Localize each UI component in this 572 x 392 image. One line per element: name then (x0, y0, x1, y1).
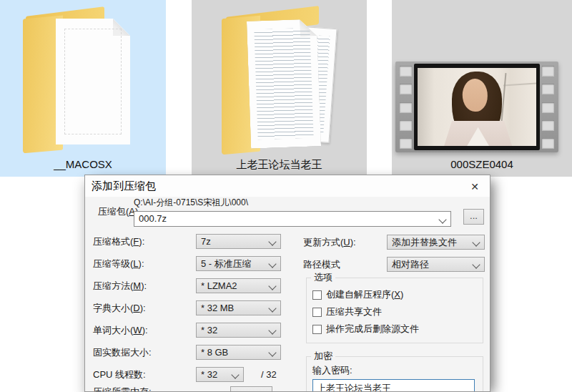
path-mode-combobox[interactable]: 相对路径 (387, 257, 485, 272)
archive-name-combobox[interactable]: 000.7z (134, 211, 451, 227)
screen: __MACOSX 上老王论坛当老王 (0, 0, 572, 392)
chevron-down-icon[interactable] (268, 304, 276, 312)
file-tile-macosx[interactable]: __MACOSX (0, 0, 166, 177)
cpu-threads-max: / 32 (261, 367, 277, 382)
chevron-down-icon[interactable] (472, 238, 480, 246)
solid-block-combobox[interactable]: * 8 GB (196, 345, 281, 360)
checkbox-label-create-sfx: 创建自解压程序(X) (326, 288, 403, 301)
chevron-down-icon[interactable] (268, 348, 276, 356)
dictionary-value: * 32 MB (201, 303, 234, 313)
checkbox-delete-after[interactable] (312, 325, 322, 334)
chevron-down-icon[interactable] (268, 282, 276, 290)
level-combobox[interactable]: 5 - 标准压缩 (196, 256, 281, 271)
cpu-threads-value: * 32 (201, 369, 217, 380)
method-combobox[interactable]: * LZMA2 (196, 278, 281, 293)
password-label: 输入密码: (312, 364, 352, 377)
archive-name-value: 000.7z (139, 213, 167, 224)
word-size-combobox[interactable]: * 32 (196, 323, 281, 338)
chevron-down-icon[interactable] (268, 237, 276, 245)
field-label-solid: 固实数据大小: (93, 345, 152, 360)
path-mode-value: 相对路径 (392, 259, 429, 270)
close-icon[interactable]: ✕ (463, 177, 486, 195)
archive-dir-path: Q:\AI-分组-0715\S宋祖儿\000\ (134, 195, 248, 210)
field-label-dictionary: 字典大小(D): (93, 300, 146, 315)
field-label-memory: 压缩所需内存: (93, 384, 152, 392)
video-thumbnail (395, 62, 558, 152)
encryption-group: 加密 输入密码: 上老王论坛当老王 (306, 356, 483, 392)
folder-icon (222, 6, 337, 156)
field-label-level: 压缩等级(L): (93, 256, 144, 271)
dialog-title: 添加到压缩包 (92, 180, 156, 193)
checkbox-label-shared-files: 压缩共享文件 (326, 305, 382, 318)
file-name-label: __MACOSX (0, 158, 166, 170)
field-label-word: 单词大小(W): (93, 323, 148, 338)
filmstrip-holes-left (400, 66, 412, 148)
field-label-update-mode: 更新方式(U): (303, 235, 356, 250)
dictionary-combobox[interactable]: * 32 MB (196, 300, 281, 315)
memory-required-box (230, 386, 272, 392)
file-tile-video[interactable]: 000SZE0404 (392, 0, 572, 177)
browse-button[interactable]: ... (463, 209, 484, 225)
video-frame (414, 64, 540, 150)
format-value: 7z (201, 236, 211, 247)
chevron-down-icon[interactable] (268, 260, 276, 268)
cpu-threads-combobox[interactable]: * 32 (196, 367, 244, 382)
file-name-label: 上老王论坛当老王 (192, 158, 367, 172)
checkbox-create-sfx[interactable] (312, 290, 322, 300)
options-group: 选项 创建自解压程序(X) 压缩共享文件 操作完成后删除源文件 (306, 278, 483, 343)
update-mode-value: 添加并替换文件 (392, 237, 457, 248)
add-to-archive-dialog: 添加到压缩包 ✕ 压缩包(A) Q:\AI-分组-0715\S宋祖儿\000\ … (84, 175, 490, 392)
file-name-label: 000SZE0404 (392, 158, 572, 170)
chevron-down-icon[interactable] (472, 260, 480, 268)
update-mode-combobox[interactable]: 添加并替换文件 (387, 235, 485, 250)
solid-block-value: * 8 GB (201, 347, 228, 358)
archive-label: 压缩包(A) (98, 204, 138, 219)
level-value: 5 - 标准压缩 (201, 258, 252, 269)
password-input[interactable]: 上老王论坛当老王 (312, 379, 475, 392)
encryption-group-title: 加密 (311, 351, 335, 362)
chevron-down-icon[interactable] (268, 326, 276, 334)
folder-icon (23, 6, 136, 156)
chevron-down-icon[interactable] (438, 215, 446, 223)
file-tile-folder2[interactable]: 上老王论坛当老王 (192, 0, 367, 177)
field-label-method: 压缩方法(M): (93, 278, 147, 293)
method-value: * LZMA2 (201, 280, 237, 291)
filmstrip-holes-right (542, 66, 554, 148)
field-label-path-mode: 路径模式 (303, 257, 340, 272)
word-size-value: * 32 (201, 325, 217, 335)
checkbox-shared-files[interactable] (312, 308, 322, 317)
format-combobox[interactable]: 7z (196, 234, 281, 249)
field-label-format: 压缩格式(F): (93, 234, 144, 249)
field-label-cpu-threads: CPU 线程数: (93, 367, 146, 382)
video-still-woman (418, 68, 536, 146)
options-group-title: 选项 (311, 272, 335, 283)
checkbox-label-delete-after: 操作完成后删除源文件 (326, 323, 419, 335)
chevron-down-icon[interactable] (231, 371, 239, 378)
